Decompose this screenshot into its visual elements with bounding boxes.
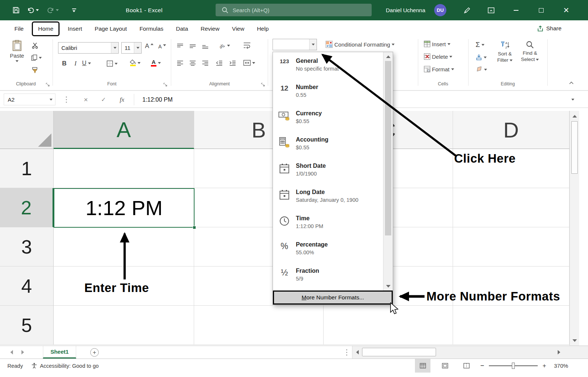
vertical-scroll-thumb[interactable] (571, 121, 578, 174)
zoom-out-button[interactable]: − (478, 359, 487, 373)
name-box[interactable]: A2 (4, 94, 55, 105)
delete-cells-button[interactable]: Delete (424, 53, 452, 60)
alignment-dialog-launcher[interactable] (261, 82, 266, 87)
collapse-ribbon-button[interactable] (569, 81, 574, 85)
menu-item-time[interactable]: Time1:12:00 PM (273, 211, 383, 237)
tab-review[interactable]: Review (195, 21, 226, 37)
tab-splitter-handle[interactable] (344, 346, 349, 359)
column-header-a[interactable]: A (54, 111, 194, 149)
select-all-corner[interactable] (0, 111, 54, 149)
menu-scroll-down-button[interactable] (383, 282, 393, 290)
chevron-down-icon[interactable] (134, 43, 141, 53)
chevron-down-icon[interactable] (115, 63, 118, 65)
normal-view-button[interactable] (415, 359, 430, 373)
active-cell-a2[interactable]: 1:12 PM (54, 188, 195, 228)
align-top-button[interactable] (177, 43, 183, 49)
page-break-view-button[interactable] (459, 359, 474, 373)
tab-home[interactable]: Home (32, 21, 60, 36)
row-header-4[interactable]: 4 (0, 266, 54, 306)
tab-formulas[interactable]: Formulas (133, 21, 170, 37)
row-header-2[interactable]: 2 (0, 188, 54, 227)
next-sheet-button[interactable] (18, 346, 27, 359)
tab-file[interactable]: File (8, 21, 30, 37)
horizontal-scroll-thumb[interactable] (362, 348, 436, 356)
avatar[interactable]: DU (434, 4, 446, 16)
increase-indent-button[interactable] (229, 60, 236, 66)
cut-button[interactable] (32, 42, 38, 49)
share-button[interactable]: Share (537, 20, 561, 37)
menu-scroll-up-button[interactable] (383, 53, 393, 60)
ribbon-display-options-button[interactable] (484, 0, 499, 20)
close-button[interactable]: × (558, 0, 575, 20)
maximize-button[interactable] (533, 0, 550, 20)
scroll-right-button[interactable] (555, 346, 563, 359)
tab-help[interactable]: Help (251, 21, 275, 37)
font-dialog-launcher[interactable] (163, 82, 169, 87)
clear-button[interactable] (476, 67, 487, 72)
align-center-button[interactable] (189, 60, 196, 66)
wrap-text-button[interactable] (243, 42, 251, 49)
borders-button[interactable] (107, 60, 118, 67)
underline-button[interactable]: U (82, 60, 91, 67)
zoom-slider[interactable] (489, 365, 538, 366)
chevron-down-icon[interactable] (47, 99, 55, 101)
font-color-button[interactable]: A (151, 59, 161, 67)
drag-handle[interactable] (64, 91, 69, 108)
chevron-down-icon[interactable] (451, 68, 454, 70)
more-number-formats-button[interactable]: More Number Formats... (273, 291, 393, 305)
scroll-left-button[interactable] (353, 346, 361, 359)
align-middle-button[interactable] (189, 43, 196, 49)
row-header-3[interactable]: 3 (0, 227, 54, 266)
search-input[interactable] (233, 7, 358, 13)
number-format-chevron[interactable] (309, 39, 317, 50)
fill-color-button[interactable] (129, 60, 141, 66)
bold-button[interactable]: B (60, 60, 69, 67)
add-sheet-button[interactable]: + (90, 348, 99, 357)
copy-button[interactable] (31, 54, 42, 61)
undo-button[interactable] (25, 0, 41, 20)
cancel-button[interactable]: × (80, 91, 92, 108)
zoom-level[interactable]: 370% (554, 359, 568, 373)
enter-button[interactable]: ✓ (98, 91, 109, 108)
vertical-scrollbar[interactable] (570, 111, 579, 346)
menu-item-general[interactable]: 123 GeneralNo specific format (273, 54, 383, 80)
chevron-down-icon[interactable] (36, 9, 39, 11)
menu-scrollbar[interactable] (383, 52, 393, 291)
orientation-button[interactable]: ab (217, 41, 230, 50)
font-name-combo[interactable]: Calibri (58, 42, 119, 54)
menu-item-currency[interactable]: Currency$0.55 (273, 106, 383, 132)
increase-font-size-button[interactable]: A (145, 43, 153, 49)
fill-button[interactable] (476, 54, 487, 61)
chevron-down-icon[interactable] (111, 43, 118, 53)
save-button[interactable] (9, 0, 23, 20)
chevron-down-icon[interactable] (484, 57, 487, 58)
merge-center-button[interactable] (243, 60, 255, 66)
expand-formula-bar-button[interactable] (567, 91, 578, 108)
insert-cells-button[interactable]: Insert (424, 41, 450, 47)
tab-data[interactable]: Data (170, 21, 195, 37)
zoom-slider-handle[interactable] (512, 363, 515, 369)
menu-scroll-thumb[interactable] (385, 61, 391, 235)
previous-sheet-button[interactable] (7, 346, 16, 359)
menu-item-short-date[interactable]: Short Date1/0/1900 (273, 159, 383, 185)
tab-view[interactable]: View (226, 21, 250, 37)
scroll-up-button[interactable] (570, 112, 579, 120)
number-format-combo[interactable] (273, 39, 317, 50)
paste-button[interactable]: Paste (7, 40, 27, 62)
menu-item-fraction[interactable]: ½ Fraction5/9 (273, 264, 383, 290)
menu-item-number[interactable]: 12 Number0.55 (273, 80, 383, 106)
tab-page-layout[interactable]: Page Layout (88, 21, 133, 37)
find-select-button[interactable]: Find & Select (518, 41, 541, 63)
italic-button[interactable]: I (72, 60, 79, 67)
tab-insert[interactable]: Insert (61, 21, 88, 37)
zoom-in-button[interactable]: + (540, 359, 549, 373)
chevron-down-icon[interactable] (252, 62, 255, 64)
chevron-down-icon[interactable] (227, 45, 230, 47)
search-box[interactable] (216, 4, 372, 16)
chevron-down-icon[interactable] (88, 62, 91, 64)
chevron-down-icon[interactable] (39, 57, 42, 59)
menu-item-accounting[interactable]: Accounting$0.55 (273, 132, 383, 159)
chevron-down-icon[interactable] (484, 69, 487, 71)
chevron-down-icon[interactable] (481, 44, 484, 46)
sheet-tab-sheet1[interactable]: Sheet1 (43, 346, 76, 359)
